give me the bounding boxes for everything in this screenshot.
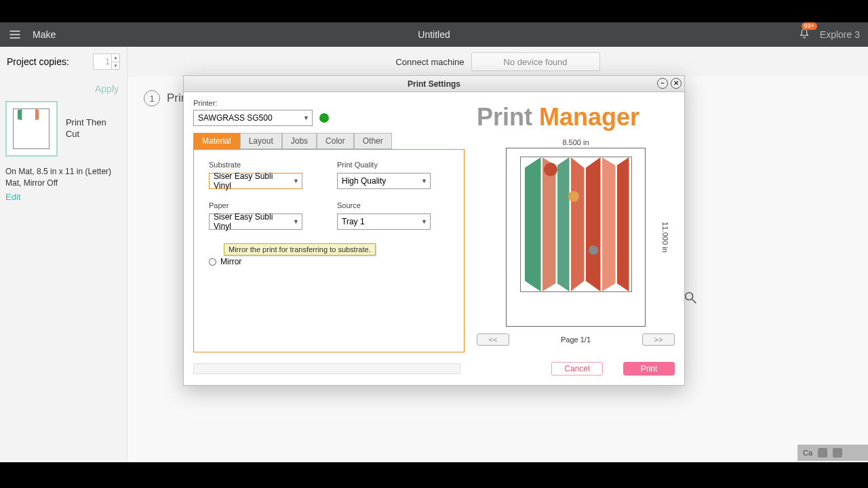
- tab-material[interactable]: Material: [193, 133, 240, 149]
- svg-point-0: [686, 293, 693, 300]
- notifications-button[interactable]: 99+: [798, 28, 810, 42]
- page-preview: [506, 148, 646, 327]
- source-label: Source: [337, 201, 449, 209]
- tab-layout[interactable]: Layout: [240, 133, 282, 149]
- quality-select[interactable]: High Quality▼: [337, 173, 431, 189]
- minimize-button[interactable]: –: [657, 78, 668, 89]
- mirror-radio[interactable]: [209, 258, 216, 266]
- progress-bar: [193, 363, 460, 374]
- printer-select[interactable]: SAWGRASS SG500▼: [193, 110, 313, 126]
- chevron-down-icon: ▼: [421, 218, 427, 225]
- source-select[interactable]: Tray 1▼: [337, 214, 431, 230]
- mat-thumbnail[interactable]: [5, 101, 58, 157]
- paper-label: Paper: [209, 201, 321, 209]
- page-width-label: 8.500 in: [477, 138, 675, 146]
- modal-titlebar: Print Settings – ✕: [184, 76, 684, 92]
- paper-select[interactable]: Siser Easy Subli Vinyl▼: [209, 214, 302, 230]
- next-page-button[interactable]: >>: [642, 333, 675, 346]
- copies-input[interactable]: 1 ▲▼: [93, 54, 120, 70]
- settings-tabs: Material Layout Jobs Color Other: [193, 133, 465, 149]
- print-manager-logo: Print Manager: [477, 103, 675, 131]
- mirror-label: Mirror: [220, 257, 241, 266]
- copies-label: Project copies:: [7, 56, 69, 67]
- substrate-label: Substrate: [209, 161, 321, 169]
- substrate-select[interactable]: Siser Easy Subli Vinyl▼: [209, 173, 302, 189]
- cancel-button[interactable]: Cancel: [551, 362, 603, 375]
- document-title: Untitled: [418, 29, 450, 40]
- copies-down[interactable]: ▼: [111, 62, 119, 70]
- hamburger-icon: [8, 28, 22, 41]
- chevron-down-icon: ▼: [293, 178, 299, 184]
- mat-info: On Mat, 8.5 in x 11 in (Letter) Mat, Mir…: [5, 166, 121, 189]
- tab-other[interactable]: Other: [354, 133, 392, 149]
- print-button[interactable]: Print: [623, 362, 675, 375]
- close-button[interactable]: ✕: [671, 78, 682, 89]
- topbar: Make Untitled 99+ Explore 3: [0, 22, 868, 47]
- pill-icon-2: [833, 448, 842, 458]
- pill-icon-1: [818, 448, 827, 458]
- printer-status-dot: [319, 113, 329, 123]
- print-settings-modal: Print Settings – ✕ Printer: SAWGRASS SG5…: [183, 75, 685, 386]
- quality-label: Print Quality: [337, 161, 449, 169]
- artwork-preview: [520, 157, 632, 292]
- copies-up[interactable]: ▲: [111, 54, 119, 62]
- tab-color[interactable]: Color: [317, 133, 354, 149]
- chevron-down-icon: ▼: [293, 218, 299, 225]
- zoom-button[interactable]: [683, 290, 698, 308]
- page-counter: Page 1/1: [561, 336, 591, 344]
- bottom-right-pill[interactable]: Ca: [797, 445, 868, 461]
- edit-link[interactable]: Edit: [5, 192, 121, 202]
- step-number: 1: [144, 90, 160, 106]
- make-label: Make: [33, 29, 56, 40]
- page-height-label: 11.000 in: [660, 222, 669, 252]
- mirror-tooltip: Mirror the print for transferring to sub…: [224, 243, 376, 256]
- device-dropdown[interactable]: No device found: [471, 52, 600, 71]
- svg-line-1: [692, 300, 696, 304]
- chevron-down-icon: ▼: [303, 115, 309, 121]
- connect-machine-label: Connect machine: [395, 57, 464, 67]
- sidebar: Apply Print Then Cut On Mat, 8.5 in x 11…: [0, 77, 127, 462]
- tab-jobs[interactable]: Jobs: [282, 133, 317, 149]
- printer-label: Printer:: [193, 99, 465, 107]
- magnifier-icon: [683, 290, 698, 305]
- menu-button[interactable]: [0, 28, 30, 41]
- notification-badge: 99+: [802, 22, 817, 30]
- apply-button[interactable]: Apply: [95, 83, 119, 94]
- machine-label: Explore 3: [820, 29, 860, 40]
- thumb-label: Print Then Cut: [66, 117, 121, 140]
- chevron-down-icon: ▼: [421, 178, 427, 184]
- second-row: Project copies: 1 ▲▼ Connect machine No …: [0, 47, 868, 77]
- prev-page-button[interactable]: <<: [477, 333, 509, 346]
